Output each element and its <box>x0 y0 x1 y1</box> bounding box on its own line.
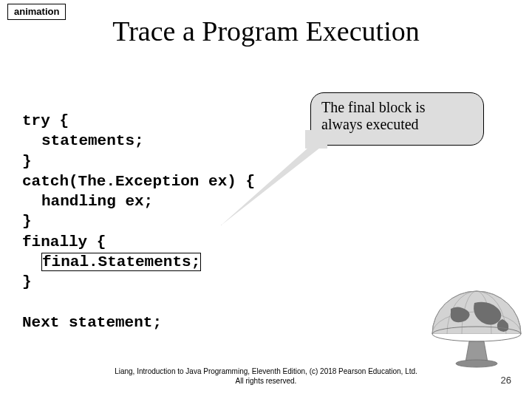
callout-box: The final block is always executed <box>310 92 484 146</box>
code-l1: try { <box>22 112 69 129</box>
code-l8-wrap: final.Statements; <box>22 252 201 272</box>
slide: animation Trace a Program Execution The … <box>0 0 532 399</box>
code-l3: } <box>22 153 32 170</box>
code-l4: catch(The.Exception ex) { <box>22 173 255 190</box>
callout-line2: always executed <box>321 116 419 132</box>
globe-icon <box>429 288 525 369</box>
code-l10: Next statement; <box>22 314 162 331</box>
footer: Liang, Introduction to Java Programming,… <box>0 366 532 386</box>
footer-line1: Liang, Introduction to Java Programming,… <box>115 367 417 375</box>
code-l7: finally { <box>22 233 106 250</box>
footer-line2: All rights reserved. <box>236 377 297 385</box>
code-l9: } <box>22 273 32 290</box>
callout-line1: The final block is <box>321 99 426 115</box>
page-number: 26 <box>501 375 511 386</box>
code-l2: statements; <box>22 131 144 151</box>
slide-title: Trace a Program Execution <box>0 15 532 47</box>
code-block: try { statements; } catch(The.Exception … <box>22 111 255 332</box>
code-l6: } <box>22 213 32 230</box>
code-l8-highlight: final.Statements; <box>41 253 201 271</box>
code-l5: handling ex; <box>22 191 153 211</box>
